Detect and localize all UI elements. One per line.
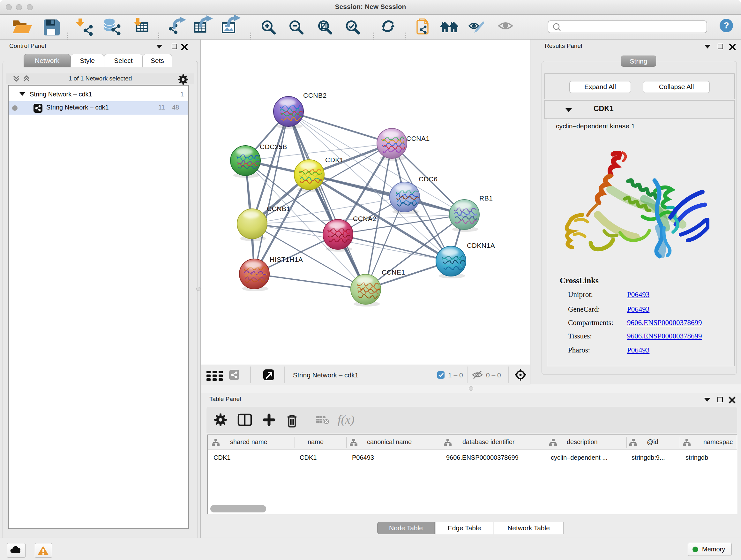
svg-text:CCNB2: CCNB2 [303, 91, 327, 99]
svg-text:CCNA2: CCNA2 [353, 215, 377, 222]
svg-text:CCNB1: CCNB1 [267, 205, 290, 212]
svg-text:HIST1H1A: HIST1H1A [270, 256, 303, 263]
svg-text:1 – 0: 1 – 0 [448, 371, 463, 379]
svg-text:?: ? [724, 20, 729, 30]
svg-text:CDC6: CDC6 [419, 175, 437, 183]
svg-text:0 – 0: 0 – 0 [486, 371, 501, 379]
svg-text:RB1: RB1 [479, 194, 493, 202]
svg-text:CDC25B: CDC25B [260, 143, 287, 150]
svg-text:CCNA1: CCNA1 [406, 135, 430, 142]
svg-text:CCNE1: CCNE1 [382, 268, 405, 276]
svg-text:String Network – cdk1: String Network – cdk1 [293, 371, 358, 379]
svg-text:CDK1: CDK1 [325, 156, 344, 164]
svg-text:f(x): f(x) [338, 413, 354, 427]
svg-text:CDKN1A: CDKN1A [467, 242, 495, 249]
